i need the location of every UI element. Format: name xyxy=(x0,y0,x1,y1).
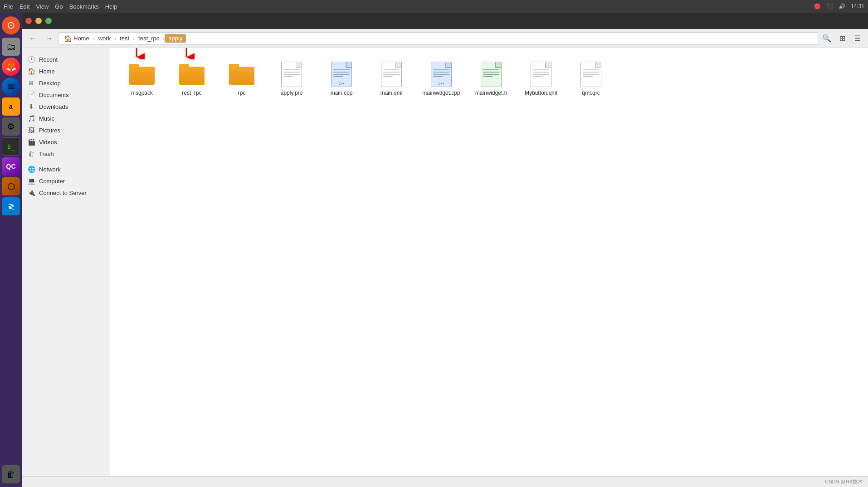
file-name-qml-qrc: qml.qrc xyxy=(582,90,600,96)
recent-icon: 🕐 xyxy=(27,56,35,63)
tray-indicator: 🔴 xyxy=(814,3,821,10)
sidebar-label-music: Music xyxy=(39,115,54,122)
launcher-item-terminal[interactable]: $_ xyxy=(2,137,20,156)
launcher-item-vscode[interactable]: ≷ xyxy=(2,197,20,215)
sidebar-item-home[interactable]: 🏠 Home xyxy=(22,65,110,77)
window-minimize-button[interactable] xyxy=(35,18,42,24)
system-tray: 🔴 ⬛ 🔊 14:31 xyxy=(814,3,864,10)
launcher-item-thunderbird[interactable]: ✉ xyxy=(2,78,20,96)
launcher-item-qc[interactable]: QC xyxy=(2,157,20,175)
sidebar-label-downloads: Downloads xyxy=(39,103,68,110)
sidebar-label-trash: Trash xyxy=(39,151,54,157)
window-maximize-button[interactable] xyxy=(45,18,52,24)
launcher-item-smartgit[interactable]: ⬡ xyxy=(2,177,20,195)
menu-bar[interactable]: File Edit View Go Bookmarks Help xyxy=(4,3,117,10)
list-item-qml-qrc[interactable]: qml.qrc xyxy=(568,57,614,100)
file-area: msgpack xyxy=(110,48,868,476)
file-name-main-cpp: main.cpp xyxy=(331,90,353,96)
menu-file[interactable]: File xyxy=(4,3,13,10)
list-item-main-cpp[interactable]: C++ main.cpp xyxy=(319,57,364,100)
sidebar-section-places: 🕐 Recent 🏠 Home 🖥 Desktop 📄 Documents xyxy=(22,54,110,199)
doc-icon-mainwidget-h xyxy=(478,61,505,88)
list-item-msgpack[interactable]: msgpack xyxy=(119,57,165,100)
sidebar-item-pictures[interactable]: 🖼 Pictures xyxy=(22,124,110,136)
menu-help[interactable]: Help xyxy=(105,3,117,10)
breadcrumb-work[interactable]: work xyxy=(95,34,114,43)
doc-icon-qml-qrc xyxy=(577,61,605,88)
folder-icon-msgpack xyxy=(128,61,156,88)
file-item-wrapper-msgpack: msgpack xyxy=(119,57,165,100)
sidebar-item-music[interactable]: 🎵 Music xyxy=(22,112,110,124)
breadcrumb-test-rpc[interactable]: test_rpc xyxy=(135,34,163,43)
watermark: CSDN @HX技术 xyxy=(825,478,863,485)
breadcrumb-home[interactable]: 🏠 Home xyxy=(60,34,93,43)
list-item-apply-pro[interactable]: apply.pro xyxy=(269,57,314,100)
breadcrumb-test[interactable]: test xyxy=(116,34,133,43)
menu-bookmarks[interactable]: Bookmarks xyxy=(69,3,99,10)
tray-audio: 🔊 xyxy=(839,3,845,10)
forward-button[interactable]: → xyxy=(42,31,56,46)
sidebar-item-videos[interactable]: 🎬 Videos xyxy=(22,136,110,148)
home-icon: 🏠 xyxy=(27,68,35,75)
computer-icon: 💻 xyxy=(27,177,35,185)
launcher-item-ubuntu[interactable]: ⊙ xyxy=(2,16,20,34)
network-icon: 🌐 xyxy=(27,166,35,173)
sidebar-item-trash[interactable]: 🗑 Trash xyxy=(22,148,110,160)
file-name-main-qml: main.qml xyxy=(380,90,403,96)
sidebar-label-desktop: Desktop xyxy=(39,80,61,87)
pictures-icon: 🖼 xyxy=(27,127,35,134)
list-item-rpc[interactable]: rpc xyxy=(219,57,264,100)
sidebar-label-documents: Documents xyxy=(39,92,69,98)
file-name-mainwidget-h: mainwidget.h xyxy=(475,90,507,96)
clock: 14:31 xyxy=(851,3,864,10)
window-close-button[interactable] xyxy=(25,18,32,24)
sidebar-item-connect-to-server[interactable]: 🔌 Connect to Server xyxy=(22,187,110,199)
sidebar-label-network: Network xyxy=(39,166,61,173)
file-name-mybutton-qml: Mybutton.qml xyxy=(525,90,557,96)
sidebar-item-network[interactable]: 🌐 Network xyxy=(22,163,110,175)
list-item-mainwidget-h[interactable]: mainwidget.h xyxy=(468,57,514,100)
sidebar: 🕐 Recent 🏠 Home 🖥 Desktop 📄 Documents xyxy=(22,48,110,476)
downloads-icon: ⬇ xyxy=(27,103,35,110)
menu-go[interactable]: Go xyxy=(55,3,63,10)
file-name-apply-pro: apply.pro xyxy=(281,90,302,96)
sidebar-item-computer[interactable]: 💻 Computer xyxy=(22,175,110,187)
launcher-item-files[interactable]: 🗂 xyxy=(2,38,20,56)
music-icon: 🎵 xyxy=(27,115,35,122)
doc-icon-apply-pro xyxy=(278,61,305,88)
sidebar-item-desktop[interactable]: 🖥 Desktop xyxy=(22,77,110,89)
menu-edit[interactable]: Edit xyxy=(20,3,29,10)
file-item-wrapper-rest-rpc: rest_rpc xyxy=(169,57,215,100)
back-button[interactable]: ← xyxy=(25,31,40,46)
file-name-mainwidget-cpp: mainwidget.cpp xyxy=(422,90,460,96)
grid-view-button[interactable]: ☰ xyxy=(851,32,864,45)
view-toggle-button[interactable]: ⊞ xyxy=(835,32,849,45)
doc-icon-main-cpp: C++ xyxy=(328,61,355,88)
tray-display: ⬛ xyxy=(826,3,833,10)
connect-server-icon: 🔌 xyxy=(27,189,35,196)
launcher-item-firefox[interactable]: 🦊 xyxy=(2,58,20,76)
sidebar-label-videos: Videos xyxy=(39,139,57,146)
launcher-item-amazon[interactable]: a xyxy=(2,97,20,116)
documents-icon: 📄 xyxy=(27,91,35,98)
menu-view[interactable]: View xyxy=(36,3,49,10)
sidebar-item-recent[interactable]: 🕐 Recent xyxy=(22,54,110,65)
list-item-rest-rpc[interactable]: rest_rpc xyxy=(169,57,215,100)
list-item-mainwidget-cpp[interactable]: C++ mainwidget.cpp xyxy=(419,57,464,100)
launcher-item-settings[interactable]: ⚙ xyxy=(2,117,20,136)
list-item-main-qml[interactable]: main.qml xyxy=(369,57,414,100)
list-item-mybutton-qml[interactable]: Mybutton.qml xyxy=(518,57,564,100)
sidebar-item-documents[interactable]: 📄 Documents xyxy=(22,89,110,101)
folder-icon-rest-rpc xyxy=(178,61,205,88)
title-bar: File Edit View Go Bookmarks Help 🔴 ⬛ 🔊 1… xyxy=(0,0,868,13)
launcher-item-trash[interactable]: 🗑 xyxy=(2,465,20,483)
sidebar-label-computer: Computer xyxy=(39,178,65,185)
file-name-rest-rpc: rest_rpc xyxy=(182,90,201,96)
sidebar-item-downloads[interactable]: ⬇ Downloads xyxy=(22,101,110,112)
folder-icon-rpc xyxy=(228,61,255,88)
breadcrumb-apply[interactable]: apply xyxy=(165,34,186,43)
search-button[interactable]: 🔍 xyxy=(820,32,834,45)
main-layout: 🕐 Recent 🏠 Home 🖥 Desktop 📄 Documents xyxy=(22,48,868,476)
doc-icon-mainwidget-cpp: C++ xyxy=(428,61,455,88)
sidebar-label-recent: Recent xyxy=(39,56,58,63)
